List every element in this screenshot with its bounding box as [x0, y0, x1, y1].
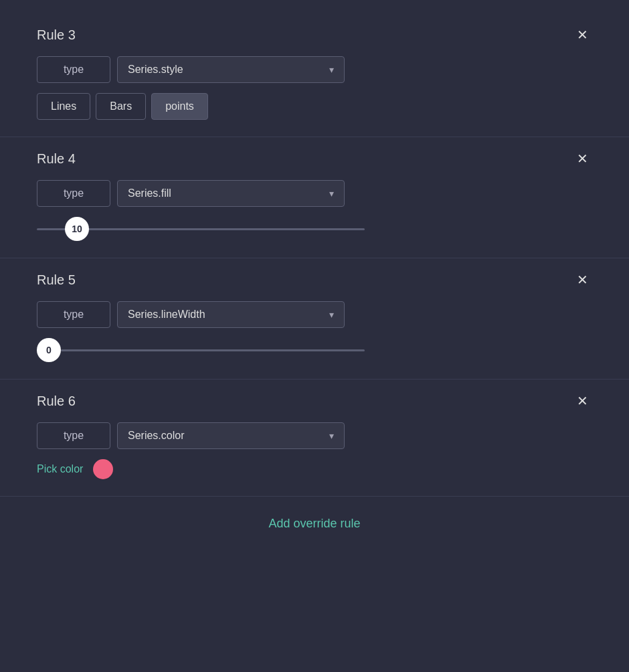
rule-6-type-label: type — [37, 422, 110, 449]
rule-5-type-row: type Series.lineWidth ▾ — [37, 301, 592, 328]
rule-3-style-buttons: Lines Bars points — [37, 93, 592, 120]
rule-6-chevron-icon: ▾ — [329, 430, 334, 441]
rule-5-chevron-icon: ▾ — [329, 309, 334, 320]
rule-6-type-row: type Series.color ▾ — [37, 422, 592, 449]
rule-3-header: Rule 3 ✕ — [37, 27, 592, 43]
rule-4-type-label: type — [37, 180, 110, 207]
rule-5-slider-value: 0 — [46, 345, 52, 355]
rule-4-header: Rule 4 ✕ — [37, 151, 592, 167]
rule-6-close-button[interactable]: ✕ — [573, 393, 592, 409]
rule-3-dropdown[interactable]: Series.style ▾ — [117, 56, 345, 83]
rule-5-section: Rule 5 ✕ type Series.lineWidth ▾ 0 — [0, 258, 629, 380]
rule-3-chevron-icon: ▾ — [329, 64, 334, 75]
rule-6-color-row: Pick color — [37, 459, 592, 479]
rule-3-points-button[interactable]: points — [151, 93, 208, 120]
rule-6-dropdown-value: Series.color — [128, 430, 184, 442]
rule-4-close-button[interactable]: ✕ — [573, 151, 592, 167]
rule-5-track — [61, 349, 365, 351]
rule-5-close-button[interactable]: ✕ — [573, 272, 592, 288]
rule-3-type-row: type Series.style ▾ — [37, 56, 592, 83]
rule-4-dropdown-value: Series.fill — [128, 187, 171, 199]
rule-4-title: Rule 4 — [37, 151, 76, 167]
rule-3-title: Rule 3 — [37, 27, 76, 43]
rule-5-dropdown-value: Series.lineWidth — [128, 309, 205, 321]
add-override-rule-button[interactable]: Add override rule — [268, 517, 360, 531]
rule-3-close-button[interactable]: ✕ — [573, 27, 592, 43]
rules-container: Rule 3 ✕ type Series.style ▾ Lines Bars … — [0, 13, 629, 551]
rule-4-slider-value: 10 — [72, 224, 82, 234]
rule-4-type-row: type Series.fill ▾ — [37, 180, 592, 207]
rule-4-section: Rule 4 ✕ type Series.fill ▾ 10 — [0, 137, 629, 258]
rule-6-pick-color-label[interactable]: Pick color — [37, 463, 83, 475]
rule-5-slider-thumb[interactable]: 0 — [37, 338, 61, 362]
rule-3-type-label: type — [37, 56, 110, 83]
rule-5-slider[interactable]: 0 — [37, 338, 365, 362]
rule-3-dropdown-value: Series.style — [128, 64, 183, 76]
rule-4-chevron-icon: ▾ — [329, 188, 334, 199]
rule-5-type-label: type — [37, 301, 110, 328]
rule-4-track-right — [77, 228, 365, 230]
add-rule-section: Add override rule — [0, 497, 629, 551]
rule-3-section: Rule 3 ✕ type Series.style ▾ Lines Bars … — [0, 13, 629, 137]
rule-3-lines-button[interactable]: Lines — [37, 93, 90, 120]
rule-6-header: Rule 6 ✕ — [37, 393, 592, 409]
rule-5-title: Rule 5 — [37, 272, 76, 288]
rule-3-bars-button[interactable]: Bars — [96, 93, 146, 120]
rule-6-title: Rule 6 — [37, 394, 76, 409]
rule-6-section: Rule 6 ✕ type Series.color ▾ Pick color — [0, 380, 629, 497]
rule-6-dropdown[interactable]: Series.color ▾ — [117, 422, 345, 449]
rule-6-color-swatch[interactable] — [93, 459, 113, 479]
rule-4-slider-thumb[interactable]: 10 — [65, 217, 89, 241]
rule-5-header: Rule 5 ✕ — [37, 272, 592, 288]
rule-4-slider[interactable]: 10 — [37, 217, 365, 241]
rule-4-dropdown[interactable]: Series.fill ▾ — [117, 180, 345, 207]
rule-5-dropdown[interactable]: Series.lineWidth ▾ — [117, 301, 345, 328]
